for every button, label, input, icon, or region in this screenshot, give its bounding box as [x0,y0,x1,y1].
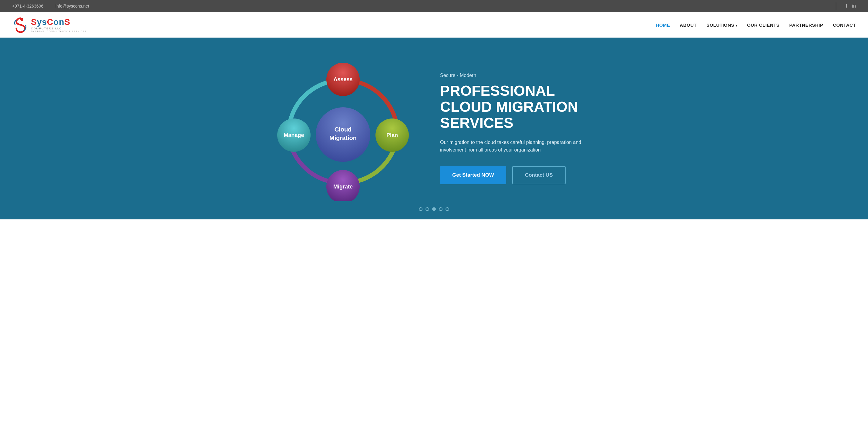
logo-brand-s: S [31,17,37,27]
logo-tagline: SYSTEMS, CONSULTANCY & SERVICES [31,30,87,33]
hero-section: Cloud Migration [0,38,868,219]
nav-our-clients[interactable]: OUR CLIENTS [747,23,779,28]
carousel-dot-5[interactable] [445,207,449,211]
nav-partnership[interactable]: PARTNERSHIP [789,23,823,28]
logo-text-area: SysConS COMPUTERS LLC SYSTEMS, CONSULTAN… [31,17,87,33]
email-address: info@syscons.net [56,4,89,8]
diagram-svg: Cloud Migration [270,56,416,201]
diagram-container: Cloud Migration [270,56,416,201]
svg-text:Plan: Plan [386,132,398,138]
hero-text: Secure - Modern PROFESSIONAL CLOUD MIGRA… [440,73,598,184]
logo-brand-s2: S [64,17,70,27]
hero-title: PROFESSIONAL CLOUD MIGRATION SERVICES [440,83,598,131]
top-bar-right: f in [831,2,856,10]
header: SysConS COMPUTERS LLC SYSTEMS, CONSULTAN… [0,12,868,38]
logo-area: SysConS COMPUTERS LLC SYSTEMS, CONSULTAN… [12,16,87,34]
main-nav: HOME ABOUT SOLUTIONS OUR CLIENTS PARTNER… [656,23,856,28]
nav-contact[interactable]: CONTACT [833,23,856,28]
logo-icon [12,16,29,34]
svg-text:Migrate: Migrate [333,183,353,190]
linkedin-icon[interactable]: in [852,3,856,9]
carousel-dot-3[interactable] [432,207,436,211]
svg-point-0 [20,18,23,21]
top-bar-left: +971-4-3263606 info@syscons.net [12,4,89,8]
contact-us-button[interactable]: Contact US [512,166,566,184]
hero-buttons: Get Started NOW Contact US [440,166,598,184]
hero-subtitle: Secure - Modern [440,73,598,78]
nav-about[interactable]: ABOUT [680,23,696,28]
logo-brand: SysConS [31,17,87,27]
logo-brand-c: C [47,17,53,27]
svg-text:Migration: Migration [329,135,356,141]
carousel-dot-1[interactable] [419,207,423,211]
get-started-button[interactable]: Get Started NOW [440,166,506,184]
nav-home[interactable]: HOME [656,23,670,28]
logo-sub: COMPUTERS LLC [31,27,87,30]
carousel-dot-4[interactable] [439,207,442,211]
hero-description: Our migration to the cloud takes careful… [440,138,598,154]
carousel-dot-2[interactable] [426,207,429,211]
top-bar: +971-4-3263606 info@syscons.net f in [0,0,868,12]
nav-solutions[interactable]: SOLUTIONS [706,23,737,28]
svg-text:Manage: Manage [284,132,304,138]
svg-text:Cloud: Cloud [335,126,352,133]
phone-number: +971-4-3263606 [12,4,43,8]
facebook-icon[interactable]: f [846,3,847,9]
carousel-dots [419,207,449,211]
svg-text:Assess: Assess [333,76,352,82]
